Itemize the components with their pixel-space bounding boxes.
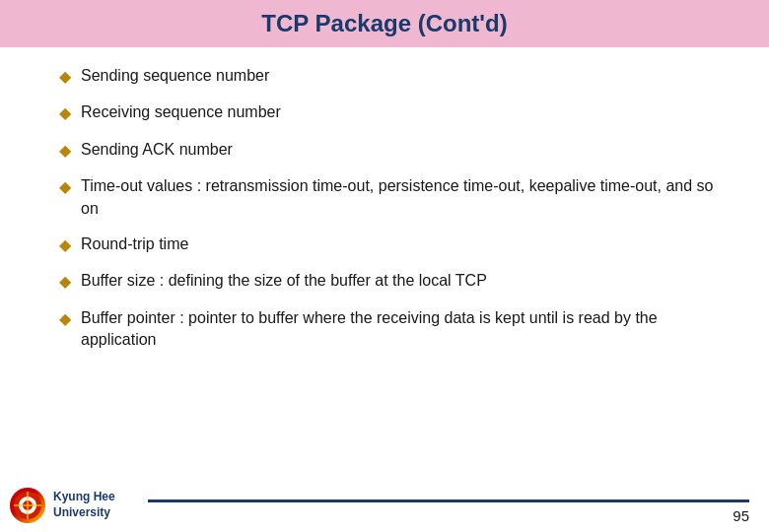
slide: TCP Package (Cont'd) ◆ Sending sequence … [0,0,769,532]
bullet-diamond-icon: ◆ [59,102,71,124]
list-item: ◆ Time-out values : retransmission time-… [59,175,720,220]
bullet-text: Sending sequence number [81,65,720,87]
list-item: ◆ Buffer pointer : pointer to buffer whe… [59,307,720,352]
bullet-text: Time-out values : retransmission time-ou… [81,175,720,220]
bullet-text: Buffer pointer : pointer to buffer where… [81,307,720,352]
list-item: ◆ Sending ACK number [59,139,720,162]
bullet-diamond-icon: ◆ [59,66,71,88]
list-item: ◆ Receiving sequence number [59,101,720,124]
list-item: ◆ Sending sequence number [59,65,720,88]
footer-divider [148,499,749,502]
list-item: ◆ Buffer size : defining the size of the… [59,270,720,293]
list-item: ◆ Round-trip time [59,233,720,256]
bullet-diamond-icon: ◆ [59,271,71,293]
university-name: Kyung Hee University [53,490,115,520]
bullet-diamond-icon: ◆ [59,176,71,198]
university-logo: Kyung Hee University [10,488,115,523]
bullet-diamond-icon: ◆ [59,140,71,162]
footer: Kyung Hee University 95 [0,483,769,532]
title-bar: TCP Package (Cont'd) [0,0,769,47]
bullet-text: Buffer size : defining the size of the b… [81,270,720,292]
bullet-text: Sending ACK number [81,139,720,161]
slide-title: TCP Package (Cont'd) [261,10,507,36]
bullet-diamond-icon: ◆ [59,308,71,330]
page-number: 95 [733,507,749,524]
bullet-text: Round-trip time [81,233,720,255]
slide-content: ◆ Sending sequence number ◆ Receiving se… [0,65,769,352]
bullet-text: Receiving sequence number [81,101,720,123]
logo-emblem [10,488,45,523]
svg-rect-4 [14,504,41,506]
bullet-diamond-icon: ◆ [59,234,71,256]
